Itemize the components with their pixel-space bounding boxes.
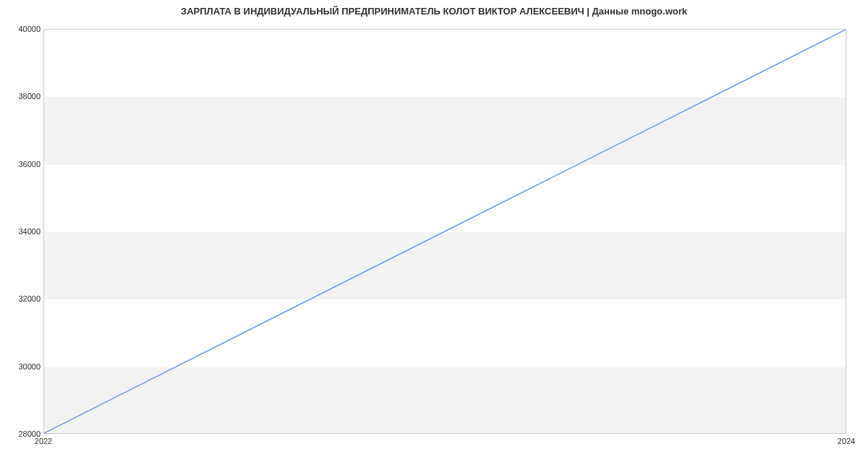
y-tick-label: 36000 (4, 160, 41, 168)
y-tick-label: 34000 (4, 227, 41, 236)
y-tick-label: 38000 (4, 92, 41, 101)
y-tick-label: 32000 (4, 294, 41, 303)
x-tick-label: 2024 (838, 437, 855, 445)
series-line (44, 30, 846, 433)
chart-line-layer (44, 30, 846, 433)
chart-title: ЗАРПЛАТА В ИНДИВИДУАЛЬНЫЙ ПРЕДПРИНИМАТЕЛ… (0, 6, 868, 17)
y-tick-label: 30000 (4, 362, 41, 371)
x-tick-label: 2022 (35, 437, 52, 445)
chart-container: ЗАРПЛАТА В ИНДИВИДУАЛЬНЫЙ ПРЕДПРИНИМАТЕЛ… (0, 0, 868, 470)
y-tick-label: 40000 (4, 25, 41, 33)
plot-area (43, 29, 846, 434)
